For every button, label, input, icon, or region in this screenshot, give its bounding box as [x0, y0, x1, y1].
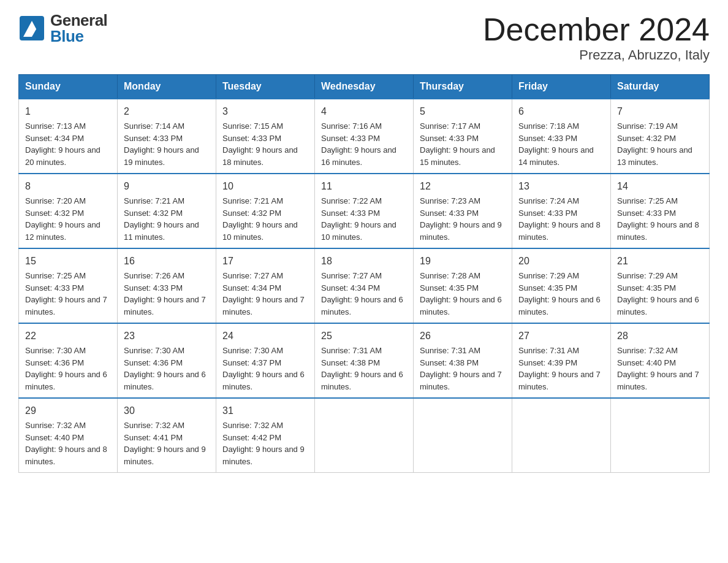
day-number: 26 — [420, 329, 506, 343]
day-daylight: Daylight: 9 hours and 7 minutes. — [518, 370, 601, 391]
day-number: 11 — [321, 179, 407, 194]
day-number: 13 — [518, 179, 604, 194]
calendar-day-cell: 25 Sunrise: 7:31 AM Sunset: 4:38 PM Dayl… — [315, 323, 414, 398]
day-sunset: Sunset: 4:32 PM — [222, 209, 281, 218]
logo: General Blue — [18, 12, 107, 44]
day-daylight: Daylight: 9 hours and 6 minutes. — [222, 370, 305, 391]
day-sunrise: Sunrise: 7:27 AM — [321, 271, 382, 280]
day-daylight: Daylight: 9 hours and 7 minutes. — [124, 295, 206, 316]
calendar-day-cell: 23 Sunrise: 7:30 AM Sunset: 4:36 PM Dayl… — [118, 323, 216, 398]
calendar-day-cell: 15 Sunrise: 7:25 AM Sunset: 4:33 PM Dayl… — [19, 248, 118, 323]
day-sunrise: Sunrise: 7:13 AM — [25, 121, 86, 131]
day-sunset: Sunset: 4:40 PM — [25, 433, 84, 442]
calendar-day-cell: 16 Sunrise: 7:26 AM Sunset: 4:33 PM Dayl… — [118, 248, 216, 323]
day-sunset: Sunset: 4:33 PM — [420, 209, 479, 218]
calendar-day-cell: 31 Sunrise: 7:32 AM Sunset: 4:42 PM Dayl… — [216, 398, 315, 473]
day-sunrise: Sunrise: 7:31 AM — [321, 346, 382, 355]
day-sunset: Sunset: 4:37 PM — [222, 358, 281, 367]
day-number: 4 — [321, 104, 407, 119]
day-sunrise: Sunrise: 7:29 AM — [617, 271, 678, 280]
day-sunset: Sunset: 4:33 PM — [518, 134, 577, 143]
calendar-day-cell: 4 Sunrise: 7:16 AM Sunset: 4:33 PM Dayli… — [315, 99, 414, 174]
day-daylight: Daylight: 9 hours and 6 minutes. — [321, 370, 403, 391]
day-number: 21 — [617, 254, 703, 269]
day-sunset: Sunset: 4:32 PM — [124, 209, 183, 218]
day-sunset: Sunset: 4:32 PM — [617, 134, 676, 143]
calendar-day-header: Tuesday — [216, 75, 315, 99]
day-sunrise: Sunrise: 7:16 AM — [321, 121, 382, 131]
day-sunset: Sunset: 4:41 PM — [124, 433, 183, 442]
day-sunrise: Sunrise: 7:22 AM — [321, 196, 382, 205]
day-daylight: Daylight: 9 hours and 7 minutes. — [25, 295, 107, 316]
day-daylight: Daylight: 9 hours and 10 minutes. — [222, 220, 298, 242]
calendar-day-cell: 13 Sunrise: 7:24 AM Sunset: 4:33 PM Dayl… — [512, 174, 611, 248]
day-sunset: Sunset: 4:33 PM — [617, 209, 676, 218]
day-sunrise: Sunrise: 7:32 AM — [222, 421, 283, 430]
day-sunrise: Sunrise: 7:21 AM — [124, 196, 184, 205]
day-sunrise: Sunrise: 7:32 AM — [124, 421, 184, 430]
day-sunset: Sunset: 4:38 PM — [420, 358, 479, 367]
day-number: 6 — [518, 104, 604, 119]
day-daylight: Daylight: 9 hours and 12 minutes. — [25, 220, 100, 242]
day-sunrise: Sunrise: 7:15 AM — [222, 121, 283, 131]
day-number: 14 — [617, 179, 703, 194]
calendar-day-cell: 18 Sunrise: 7:27 AM Sunset: 4:34 PM Dayl… — [315, 248, 414, 323]
day-number: 9 — [124, 179, 210, 194]
calendar-day-cell — [414, 398, 512, 473]
day-number: 2 — [124, 104, 210, 119]
day-daylight: Daylight: 9 hours and 16 minutes. — [321, 145, 396, 167]
day-sunrise: Sunrise: 7:32 AM — [25, 421, 86, 430]
day-number: 18 — [321, 254, 407, 269]
day-daylight: Daylight: 9 hours and 8 minutes. — [518, 220, 601, 242]
day-sunrise: Sunrise: 7:31 AM — [420, 346, 480, 355]
day-sunrise: Sunrise: 7:31 AM — [518, 346, 579, 355]
calendar-day-cell: 5 Sunrise: 7:17 AM Sunset: 4:33 PM Dayli… — [414, 99, 512, 174]
calendar-day-cell: 29 Sunrise: 7:32 AM Sunset: 4:40 PM Dayl… — [19, 398, 118, 473]
day-sunrise: Sunrise: 7:28 AM — [420, 271, 480, 280]
calendar-week-row: 8 Sunrise: 7:20 AM Sunset: 4:32 PM Dayli… — [19, 174, 710, 248]
day-number: 30 — [124, 404, 210, 418]
day-number: 7 — [617, 104, 703, 119]
day-sunset: Sunset: 4:38 PM — [321, 358, 380, 367]
day-sunrise: Sunrise: 7:18 AM — [518, 121, 579, 131]
day-sunrise: Sunrise: 7:30 AM — [25, 346, 86, 355]
day-number: 31 — [222, 404, 308, 418]
day-sunset: Sunset: 4:32 PM — [25, 209, 84, 218]
day-number: 20 — [518, 254, 604, 269]
day-sunset: Sunset: 4:33 PM — [518, 209, 577, 218]
day-daylight: Daylight: 9 hours and 9 minutes. — [222, 445, 305, 466]
day-number: 23 — [124, 329, 210, 343]
logo-text-general: General — [50, 12, 107, 28]
calendar-day-cell: 28 Sunrise: 7:32 AM Sunset: 4:40 PM Dayl… — [611, 323, 710, 398]
calendar-day-cell: 17 Sunrise: 7:27 AM Sunset: 4:34 PM Dayl… — [216, 248, 315, 323]
day-sunset: Sunset: 4:42 PM — [222, 433, 281, 442]
day-sunset: Sunset: 4:34 PM — [321, 283, 380, 293]
day-sunrise: Sunrise: 7:30 AM — [124, 346, 184, 355]
day-number: 12 — [420, 179, 506, 194]
day-daylight: Daylight: 9 hours and 6 minutes. — [25, 370, 107, 391]
day-sunset: Sunset: 4:35 PM — [518, 283, 577, 293]
day-daylight: Daylight: 9 hours and 19 minutes. — [124, 145, 199, 167]
day-number: 22 — [25, 329, 111, 343]
calendar-day-cell: 7 Sunrise: 7:19 AM Sunset: 4:32 PM Dayli… — [611, 99, 710, 174]
day-sunset: Sunset: 4:34 PM — [222, 283, 281, 293]
day-sunrise: Sunrise: 7:25 AM — [617, 196, 678, 205]
calendar-day-cell: 26 Sunrise: 7:31 AM Sunset: 4:38 PM Dayl… — [414, 323, 512, 398]
day-daylight: Daylight: 9 hours and 11 minutes. — [124, 220, 199, 242]
day-daylight: Daylight: 9 hours and 9 minutes. — [124, 445, 206, 466]
calendar-day-cell: 1 Sunrise: 7:13 AM Sunset: 4:34 PM Dayli… — [19, 99, 118, 174]
day-number: 25 — [321, 329, 407, 343]
day-daylight: Daylight: 9 hours and 6 minutes. — [518, 295, 601, 316]
calendar-day-cell: 30 Sunrise: 7:32 AM Sunset: 4:41 PM Dayl… — [118, 398, 216, 473]
day-number: 10 — [222, 179, 308, 194]
day-sunset: Sunset: 4:36 PM — [124, 358, 183, 367]
calendar-day-cell: 12 Sunrise: 7:23 AM Sunset: 4:33 PM Dayl… — [414, 174, 512, 248]
day-number: 16 — [124, 254, 210, 269]
calendar-week-row: 15 Sunrise: 7:25 AM Sunset: 4:33 PM Dayl… — [19, 248, 710, 323]
calendar-day-cell: 3 Sunrise: 7:15 AM Sunset: 4:33 PM Dayli… — [216, 99, 315, 174]
calendar-day-cell: 10 Sunrise: 7:21 AM Sunset: 4:32 PM Dayl… — [216, 174, 315, 248]
calendar-day-cell — [512, 398, 611, 473]
day-sunset: Sunset: 4:39 PM — [518, 358, 577, 367]
page-title: December 2024 — [483, 12, 710, 47]
day-sunrise: Sunrise: 7:26 AM — [124, 271, 184, 280]
